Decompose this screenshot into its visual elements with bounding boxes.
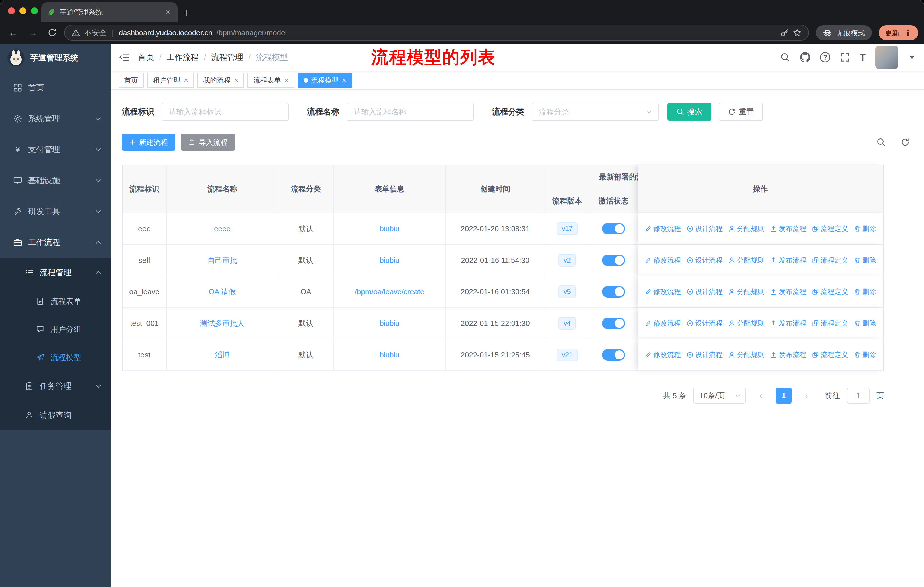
active-toggle[interactable] (602, 286, 625, 298)
action-definition-link[interactable]: 流程定义 (812, 224, 848, 233)
action-delete-link[interactable]: 删除 (854, 350, 876, 359)
action-edit-link[interactable]: 修改流程 (645, 319, 681, 328)
password-key-icon[interactable] (780, 28, 789, 37)
help-icon[interactable]: ? (820, 52, 830, 63)
bookmark-star-icon[interactable] (793, 28, 802, 37)
sidebar-item-leave-query[interactable]: 请假查询 (0, 401, 111, 430)
action-definition-link[interactable]: 流程定义 (812, 256, 848, 265)
action-delete-link[interactable]: 删除 (854, 256, 876, 265)
font-size-icon[interactable]: T (860, 53, 866, 62)
process-name-link[interactable]: 滔博 (215, 350, 230, 360)
github-icon[interactable] (800, 52, 810, 63)
sidebar-item-process-form[interactable]: 流程表单 (0, 287, 111, 315)
sidebar-item-system[interactable]: 系统管理 (0, 103, 111, 134)
form-info-link[interactable]: /bpm/oa/leave/create (355, 288, 424, 296)
reload-button[interactable] (45, 25, 59, 40)
action-delete-link[interactable]: 删除 (854, 287, 876, 296)
sidebar-toggle[interactable] (111, 43, 138, 71)
next-page-button[interactable]: › (799, 387, 815, 403)
sidebar-item-infrastructure[interactable]: 基础设施 (0, 165, 111, 196)
tag-home[interactable]: 首页 (119, 73, 144, 88)
fullscreen-icon[interactable] (840, 53, 850, 62)
process-name-input[interactable] (346, 103, 474, 121)
sidebar-item-home[interactable]: 首页 (0, 72, 111, 103)
page-size-select[interactable]: 10条/页 (693, 387, 746, 403)
process-name-link[interactable]: OA 请假 (208, 287, 236, 297)
action-assign-link[interactable]: 分配规则 (728, 319, 764, 328)
active-toggle[interactable] (602, 223, 625, 235)
create-process-button[interactable]: 新建流程 (122, 134, 175, 151)
breadcrumb-process-management[interactable]: 流程管理 (211, 52, 243, 63)
form-info-link[interactable]: biubiu (380, 319, 399, 328)
page-number-button[interactable]: 1 (776, 387, 792, 403)
tag-close-icon[interactable]: × (342, 76, 346, 84)
active-toggle[interactable] (602, 255, 625, 266)
goto-page-input[interactable] (846, 387, 870, 403)
tag-my-process[interactable]: 我的流程 × (197, 73, 244, 88)
process-name-link[interactable]: 自己审批 (207, 255, 237, 265)
sidebar-item-devtools[interactable]: 研发工具 (0, 196, 111, 227)
action-assign-link[interactable]: 分配规则 (728, 256, 764, 265)
action-design-link[interactable]: 设计流程 (686, 256, 723, 265)
search-icon[interactable] (780, 52, 790, 63)
process-name-link[interactable]: 测试多审批人 (200, 318, 244, 329)
tag-process-model[interactable]: 流程模型 × (298, 73, 352, 88)
action-definition-link[interactable]: 流程定义 (812, 319, 848, 328)
action-assign-link[interactable]: 分配规则 (728, 287, 764, 296)
form-info-link[interactable]: biubiu (380, 225, 399, 233)
sidebar-item-process-management[interactable]: 流程管理 (0, 258, 111, 287)
action-design-link[interactable]: 设计流程 (686, 319, 723, 328)
action-publish-link[interactable]: 发布流程 (770, 287, 806, 296)
action-design-link[interactable]: 设计流程 (686, 350, 723, 359)
sidebar-item-user-group[interactable]: 用户分组 (0, 315, 111, 343)
breadcrumb-home[interactable]: 首页 (138, 52, 154, 63)
toggle-search-button[interactable] (874, 135, 888, 150)
user-avatar[interactable] (875, 46, 898, 69)
action-assign-link[interactable]: 分配规则 (728, 350, 764, 359)
tag-tenant[interactable]: 租户管理 × (147, 73, 194, 88)
sidebar-item-process-model[interactable]: 流程模型 (0, 343, 111, 372)
process-name-link[interactable]: eeee (214, 225, 231, 233)
reset-button[interactable]: 重置 (719, 103, 763, 121)
action-publish-link[interactable]: 发布流程 (770, 224, 806, 233)
form-info-link[interactable]: biubiu (380, 351, 399, 359)
tag-close-icon[interactable]: × (183, 76, 188, 84)
back-button[interactable]: ← (6, 25, 21, 40)
window-close-button[interactable] (8, 7, 15, 14)
action-delete-link[interactable]: 删除 (854, 319, 876, 328)
process-key-input[interactable] (162, 103, 289, 121)
tag-process-form[interactable]: 流程表单 × (248, 73, 294, 88)
breadcrumb-workflow[interactable]: 工作流程 (167, 52, 199, 63)
action-edit-link[interactable]: 修改流程 (645, 256, 681, 265)
update-button[interactable]: 更新 ⋮ (879, 25, 918, 40)
action-publish-link[interactable]: 发布流程 (770, 256, 806, 265)
sidebar-item-task-management[interactable]: 任务管理 (0, 372, 111, 401)
prev-page-button[interactable]: ‹ (753, 387, 769, 403)
category-select[interactable]: 流程分类 (531, 103, 659, 121)
action-publish-link[interactable]: 发布流程 (770, 350, 806, 359)
browser-menu-icon[interactable]: ⋮ (904, 28, 912, 38)
address-bar[interactable]: 不安全 | dashboard.yudao.iocoder.cn/bpm/man… (64, 25, 809, 41)
action-publish-link[interactable]: 发布流程 (770, 319, 806, 328)
tab-close-icon[interactable]: × (164, 8, 172, 17)
sidebar-item-payment[interactable]: ¥ 支付管理 (0, 134, 111, 165)
action-design-link[interactable]: 设计流程 (686, 224, 723, 233)
search-button[interactable]: 搜索 (667, 103, 711, 121)
window-minimize-button[interactable] (20, 7, 26, 14)
forward-button[interactable]: → (25, 25, 40, 40)
action-definition-link[interactable]: 流程定义 (812, 287, 848, 296)
import-process-button[interactable]: 导入流程 (181, 134, 235, 151)
action-assign-link[interactable]: 分配规则 (728, 224, 764, 233)
action-definition-link[interactable]: 流程定义 (812, 350, 848, 359)
tag-close-icon[interactable]: × (284, 76, 289, 84)
active-toggle[interactable] (602, 349, 625, 360)
action-edit-link[interactable]: 修改流程 (645, 224, 681, 233)
active-toggle[interactable] (602, 317, 625, 329)
form-info-link[interactable]: biubiu (380, 256, 399, 265)
refresh-table-button[interactable] (898, 135, 912, 150)
browser-tab[interactable]: 芋道管理系统 × (41, 2, 178, 22)
window-zoom-button[interactable] (31, 7, 38, 14)
new-tab-button[interactable]: + (183, 7, 190, 18)
sidebar-item-workflow[interactable]: 工作流程 (0, 227, 111, 258)
action-edit-link[interactable]: 修改流程 (645, 350, 681, 359)
